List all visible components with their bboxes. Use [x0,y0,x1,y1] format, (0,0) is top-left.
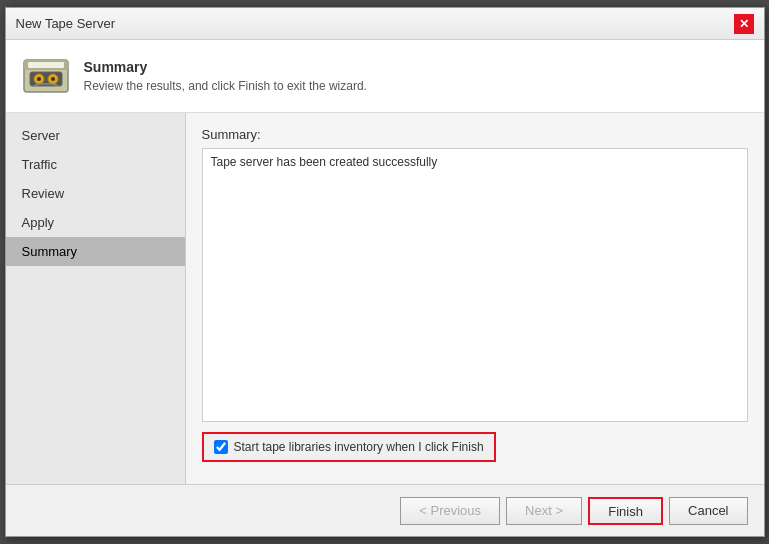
header-title: Summary [84,59,367,75]
sidebar-item-summary[interactable]: Summary [6,237,185,266]
close-button[interactable]: ✕ [734,14,754,34]
sidebar-item-server[interactable]: Server [6,121,185,150]
dialog-title: New Tape Server [16,16,115,31]
sidebar-item-apply[interactable]: Apply [6,208,185,237]
cancel-button[interactable]: Cancel [669,497,747,525]
previous-button[interactable]: < Previous [400,497,500,525]
checkbox-row: Start tape libraries inventory when I cl… [202,432,496,462]
footer: < Previous Next > Finish Cancel [6,484,764,536]
summary-textarea[interactable] [202,148,748,422]
inventory-checkbox[interactable] [214,440,228,454]
content-area: Server Traffic Review Apply Summary Summ… [6,113,764,484]
sidebar: Server Traffic Review Apply Summary [6,113,186,484]
svg-point-6 [51,77,55,81]
summary-label: Summary: [202,127,748,142]
tape-icon [22,52,70,100]
header-area: Summary Review the results, and click Fi… [6,40,764,113]
next-button[interactable]: Next > [506,497,582,525]
sidebar-item-traffic[interactable]: Traffic [6,150,185,179]
sidebar-item-review[interactable]: Review [6,179,185,208]
inventory-label[interactable]: Start tape libraries inventory when I cl… [234,440,484,454]
title-bar: New Tape Server ✕ [6,8,764,40]
svg-rect-7 [28,62,64,68]
header-text: Summary Review the results, and click Fi… [84,59,367,93]
finish-button[interactable]: Finish [588,497,663,525]
dialog: New Tape Server ✕ Summary Review the res… [5,7,765,537]
header-description: Review the results, and click Finish to … [84,79,367,93]
main-panel: Summary: Start tape libraries inventory … [186,113,764,484]
svg-point-4 [37,77,41,81]
